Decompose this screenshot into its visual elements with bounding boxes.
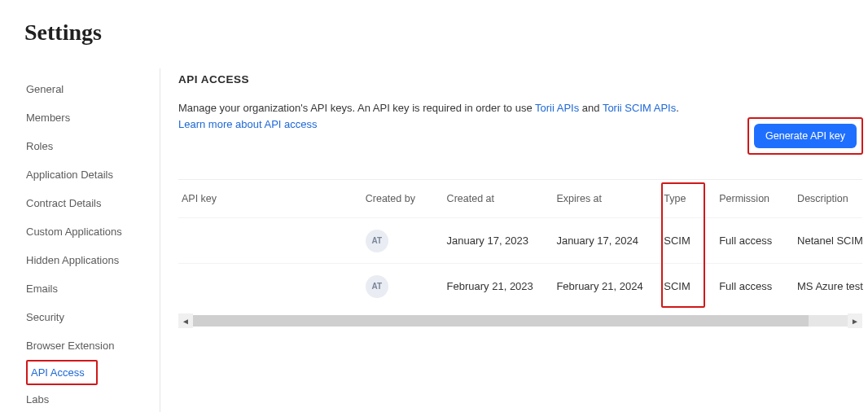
- sidebar-item-emails[interactable]: Emails: [26, 274, 150, 303]
- cell-description: Netanel SCIM: [797, 234, 862, 247]
- page-title: Settings: [0, 0, 868, 46]
- col-header-created-at[interactable]: Created at: [447, 193, 557, 204]
- cell-description: MS Azure test: [797, 280, 862, 292]
- sidebar-item-roles[interactable]: Roles: [26, 132, 150, 160]
- settings-sidebar: General Members Roles Application Detail…: [0, 68, 160, 412]
- intro-text-prefix: Manage your organization's API keys. An …: [178, 102, 535, 114]
- table-header-row: API key Created by Created at Expires at…: [178, 180, 862, 217]
- section-intro: Manage your organization's API keys. An …: [178, 100, 765, 132]
- cell-created-at: January 17, 2023: [447, 234, 557, 247]
- scroll-thumb[interactable]: [193, 315, 809, 327]
- cell-permission: Full access: [719, 234, 797, 247]
- cell-created-by: AT: [366, 230, 447, 252]
- sidebar-item-members[interactable]: Members: [26, 103, 150, 132]
- cell-expires-at: January 17, 2024: [556, 234, 664, 247]
- cell-permission: Full access: [719, 280, 797, 292]
- generate-api-key-button[interactable]: Generate API key: [754, 124, 857, 148]
- link-torii-apis[interactable]: Torii APIs: [535, 102, 579, 114]
- cell-expires-at: February 21, 2024: [556, 280, 664, 292]
- avatar: AT: [366, 275, 388, 298]
- sidebar-item-hidden-applications[interactable]: Hidden Applications: [26, 246, 150, 274]
- sidebar-item-custom-applications[interactable]: Custom Applications: [26, 217, 150, 246]
- sidebar-item-application-details[interactable]: Application Details: [26, 160, 150, 189]
- sidebar-item-contract-details[interactable]: Contract Details: [26, 189, 150, 217]
- link-torii-scim-apis[interactable]: Torii SCIM APIs: [603, 102, 676, 114]
- sidebar-item-browser-extension[interactable]: Browser Extension: [26, 331, 150, 360]
- table-row[interactable]: AT February 21, 2023 February 21, 2024 S…: [178, 263, 862, 309]
- api-keys-table: API key Created by Created at Expires at…: [178, 179, 868, 328]
- sidebar-item-api-access[interactable]: API Access: [31, 363, 85, 382]
- sidebar-item-general[interactable]: General: [26, 75, 150, 103]
- link-learn-more-api-access[interactable]: Learn more about API access: [178, 118, 318, 130]
- annotation-highlight-generate: Generate API key: [747, 117, 863, 155]
- col-header-permission[interactable]: Permission: [719, 193, 797, 204]
- horizontal-scrollbar[interactable]: ◄ ►: [178, 313, 862, 328]
- cell-created-at: February 21, 2023: [447, 280, 557, 292]
- cell-type: SCIM: [664, 234, 719, 247]
- intro-text-mid: and: [579, 102, 603, 114]
- sidebar-item-security[interactable]: Security: [26, 303, 150, 331]
- col-header-expires-at[interactable]: Expires at: [556, 193, 664, 204]
- section-title: API ACCESS: [178, 68, 868, 85]
- sidebar-item-labs[interactable]: Labs: [26, 385, 150, 412]
- scroll-left-icon[interactable]: ◄: [178, 313, 193, 328]
- col-header-description[interactable]: Description: [797, 193, 862, 204]
- col-header-type[interactable]: Type: [664, 193, 719, 204]
- cell-type: SCIM: [664, 280, 719, 292]
- col-header-created-by[interactable]: Created by: [366, 193, 447, 204]
- main-content: API ACCESS Manage your organization's AP…: [160, 68, 868, 412]
- intro-text-suffix: .: [676, 102, 679, 114]
- cell-created-by: AT: [366, 275, 447, 298]
- col-header-api-key[interactable]: API key: [178, 193, 366, 204]
- annotation-highlight-api-access: API Access: [26, 360, 98, 385]
- scroll-right-icon[interactable]: ►: [848, 313, 862, 328]
- table-row[interactable]: AT January 17, 2023 January 17, 2024 SCI…: [178, 217, 862, 263]
- avatar: AT: [366, 230, 388, 252]
- scroll-track[interactable]: [193, 315, 848, 327]
